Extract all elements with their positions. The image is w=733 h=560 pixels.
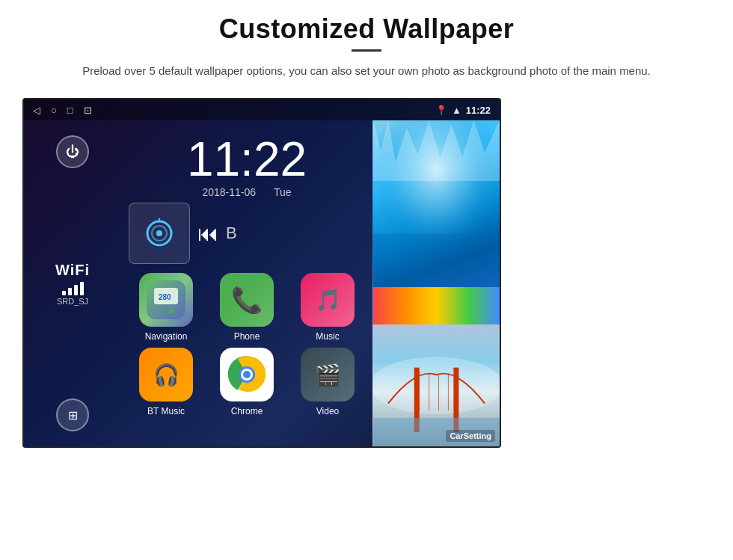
video-icon: 🎬 [301,348,355,401]
page-title: Customized Wallpaper [219,13,515,45]
status-time: 11:22 [466,105,491,116]
recents-icon: □ [67,105,73,116]
nav-map-svg: 280 [147,280,185,319]
all-apps-button[interactable]: ⊞ [56,399,89,431]
page-subtitle: Preload over 5 default wallpaper options… [82,62,651,80]
music-label: Music [316,331,339,342]
screenshot-icon: ⊡ [84,105,92,116]
wifi-bar-2 [68,288,72,295]
wifi-ssid: SRD_SJ [57,297,88,306]
app-chrome[interactable]: Chrome [209,348,284,416]
chrome-label: Chrome [231,406,263,416]
android-body: ⏻ WiFi SRD_SJ ⊞ [24,120,500,446]
power-button[interactable]: ⏻ [56,135,89,168]
clock-date-value: 2018-11-06 [202,186,256,198]
btmusic-label: BT Music [147,406,185,416]
video-label: Video [316,406,339,416]
svg-text:280: 280 [159,293,171,301]
svg-point-2 [156,230,162,236]
bridge-svg [373,324,500,446]
wifi-widget: WiFi SRD_SJ [55,262,90,306]
location-icon: 📍 [435,105,447,116]
home-icon: ○ [51,105,57,116]
status-right: 📍 ▲ 11:22 [435,105,491,116]
android-center: 11:22 2018-11-06 Tue [121,120,372,446]
video-emoji: 🎬 [315,363,341,387]
app-navigation[interactable]: 280 Navigation [129,273,203,342]
status-left: ◁ ○ □ ⊡ [33,105,92,116]
prev-track-icon[interactable]: ⏮ [197,221,218,246]
app-phone[interactable]: 📞 Phone [209,273,284,342]
title-divider [352,49,381,52]
phone-label: Phone [234,331,260,342]
svg-rect-14 [373,234,500,287]
phone-emoji: 📞 [231,285,263,315]
bluetooth-emoji: 🎧 [153,363,180,387]
music-icon: 🎵 [301,273,355,327]
clock-date: 2018-11-06 Tue [121,186,372,198]
android-sidebar: ⏻ WiFi SRD_SJ ⊞ [24,120,121,446]
chrome-icon [220,348,274,401]
ice-svg [373,120,500,287]
music-emoji: 🎵 [315,288,341,313]
chrome-svg [226,354,268,396]
phone-icon: 📞 [220,273,274,327]
clock-area: 11:22 2018-11-06 Tue [121,128,372,203]
widget-app-icon [129,203,190,264]
clock-time: 11:22 [121,135,372,183]
app-music[interactable]: 🎵 Music [290,273,365,342]
clock-day-value: Tue [274,186,292,198]
radio-widget-icon [143,217,176,250]
widget-row: ⏮ B [121,203,372,264]
app-grid: 280 Navigation 📞 [121,264,372,425]
page-wrapper: Customized Wallpaper Preload over 5 defa… [0,0,733,560]
wifi-bars [62,282,84,295]
app-video[interactable]: 🎬 Video [290,348,365,416]
status-bar: ◁ ○ □ ⊡ 📍 ▲ 11:22 [24,99,500,120]
power-icon: ⏻ [66,144,79,160]
app-btmusic[interactable]: 🎧 BT Music [129,348,203,416]
wifi-bar-1 [62,291,66,295]
android-right-strip: CarSetting [372,120,500,446]
navigation-icon: 280 [139,273,193,327]
next-track-label: B [226,224,237,243]
wifi-status-icon: ▲ [452,105,461,116]
back-icon: ◁ [33,105,40,116]
wifi-bar-3 [74,285,78,295]
svg-point-11 [243,371,251,378]
svg-point-16 [373,357,500,414]
wallpaper-ice-preview[interactable] [372,120,500,287]
wallpaper-middle-strip[interactable] [372,287,500,324]
carsetting-label: CarSetting [446,430,495,442]
wifi-bar-4 [80,282,84,295]
content-area: ◁ ○ □ ⊡ 📍 ▲ 11:22 ⏻ [22,98,711,448]
wallpaper-bridge-preview[interactable]: CarSetting [372,324,500,446]
navigation-label: Navigation [145,331,188,342]
android-screen: ◁ ○ □ ⊡ 📍 ▲ 11:22 ⏻ [22,98,501,448]
btmusic-icon: 🎧 [139,348,193,401]
wifi-label: WiFi [55,262,90,279]
apps-grid-icon: ⊞ [68,408,78,422]
